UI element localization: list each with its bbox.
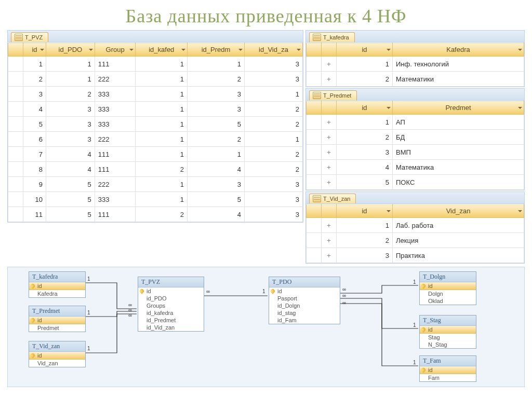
cell[interactable]: 2: [245, 147, 303, 162]
cell[interactable]: 4: [46, 147, 95, 162]
cell[interactable]: 3: [188, 87, 245, 102]
chevron-down-icon[interactable]: [387, 107, 391, 109]
relationships-pane[interactable]: 1 1 1 ∞ ∞ ∞ ∞ 1 ∞ ∞ ∞ 1 1 1 T_kafedra id…: [7, 267, 525, 387]
cell[interactable]: 2: [46, 87, 95, 102]
cell[interactable]: 1: [136, 147, 188, 162]
cell[interactable]: 4: [188, 162, 245, 177]
table-row[interactable]: 84111242: [8, 162, 303, 177]
expand-header[interactable]: [322, 101, 337, 115]
chevron-down-icon[interactable]: [129, 49, 134, 51]
chevron-down-icon[interactable]: [387, 210, 391, 212]
row-selector[interactable]: [307, 233, 322, 248]
cell[interactable]: 1: [245, 132, 303, 147]
cell[interactable]: 1: [136, 192, 188, 207]
chevron-down-icon[interactable]: [387, 49, 391, 51]
table-row[interactable]: 105333153: [8, 192, 303, 207]
cell[interactable]: Математики: [393, 72, 524, 87]
cell[interactable]: 5: [188, 192, 245, 207]
cell[interactable]: ПОКС: [393, 175, 524, 190]
row-selector-header[interactable]: [307, 101, 322, 115]
cell[interactable]: 9: [23, 177, 46, 192]
chevron-down-icon[interactable]: [297, 49, 301, 51]
cell[interactable]: 333: [95, 192, 136, 207]
cell[interactable]: 3: [245, 192, 303, 207]
table-row[interactable]: 21222123: [8, 72, 303, 87]
cell[interactable]: 2: [337, 72, 393, 87]
cell[interactable]: АП: [393, 115, 524, 130]
cell[interactable]: 2: [23, 72, 46, 87]
table-row[interactable]: 115111243: [8, 207, 303, 222]
tab-vidzan[interactable]: T_Vid_zan: [309, 194, 356, 203]
chevron-down-icon[interactable]: [40, 49, 44, 51]
entity-t-stag[interactable]: T_Stag id Stag N_Stag: [419, 315, 476, 349]
table-row[interactable]: +3ВМП: [307, 145, 524, 160]
table-row[interactable]: 74111112: [8, 147, 303, 162]
cell[interactable]: Практика: [393, 248, 524, 263]
cell[interactable]: 111: [95, 207, 136, 222]
cell[interactable]: 3: [245, 72, 303, 87]
table-row[interactable]: +1АП: [307, 115, 524, 130]
row-selector[interactable]: [307, 72, 322, 87]
cell[interactable]: 3: [46, 102, 95, 117]
cell[interactable]: БД: [393, 130, 524, 145]
row-selector[interactable]: [8, 177, 23, 192]
cell[interactable]: 3: [188, 177, 245, 192]
chevron-down-icon[interactable]: [518, 107, 522, 109]
column-header[interactable]: Vid_zan: [393, 204, 524, 218]
entity-t-predmet[interactable]: T_Predmet id Predmet: [29, 306, 86, 332]
cell[interactable]: 11: [23, 207, 46, 222]
cell[interactable]: 333: [95, 102, 136, 117]
table-row[interactable]: +2Математики: [307, 72, 524, 87]
table-row[interactable]: +3Практика: [307, 248, 524, 263]
column-header[interactable]: id: [337, 43, 393, 57]
cell[interactable]: 3: [337, 248, 393, 263]
tab-kafedra[interactable]: T_kafedra: [309, 32, 355, 42]
expand-header[interactable]: [322, 43, 337, 57]
cell[interactable]: 2: [136, 162, 188, 177]
cell[interactable]: Математика: [393, 160, 524, 175]
chevron-down-icon[interactable]: [89, 49, 93, 51]
cell[interactable]: Лекция: [393, 233, 524, 248]
cell[interactable]: 111: [95, 147, 136, 162]
entity-t-fam[interactable]: T_Fam id Fam: [419, 355, 476, 382]
cell[interactable]: 222: [95, 72, 136, 87]
cell[interactable]: 2: [136, 207, 188, 222]
expand-button[interactable]: +: [322, 130, 337, 145]
cell[interactable]: 1: [136, 132, 188, 147]
cell[interactable]: 10: [23, 192, 46, 207]
row-selector[interactable]: [8, 57, 23, 72]
table-row[interactable]: 53333152: [8, 117, 303, 132]
entity-t-pdo[interactable]: T_PDO id Pasport id_Dolgn id_stag id_Fam: [269, 277, 340, 324]
entity-t-kafedra[interactable]: T_kafedra id Kafedra: [29, 271, 86, 298]
cell[interactable]: 5: [188, 117, 245, 132]
cell[interactable]: 4: [188, 207, 245, 222]
expand-button[interactable]: +: [322, 248, 337, 263]
entity-t-vid-zan[interactable]: T_Vid_zan id Vid_zan: [29, 341, 86, 367]
row-selector-header[interactable]: [307, 204, 322, 218]
cell[interactable]: 1: [245, 87, 303, 102]
cell[interactable]: 7: [23, 147, 46, 162]
row-selector[interactable]: [307, 248, 322, 263]
cell[interactable]: 2: [188, 72, 245, 87]
cell[interactable]: 5: [46, 192, 95, 207]
tab-predmet[interactable]: T_Predmet: [309, 90, 357, 100]
table-row[interactable]: +4Математика: [307, 160, 524, 175]
cell[interactable]: 1: [337, 115, 393, 130]
cell[interactable]: 3: [46, 117, 95, 132]
cell[interactable]: 1: [136, 102, 188, 117]
cell[interactable]: 4: [337, 160, 393, 175]
row-selector[interactable]: [8, 72, 23, 87]
row-selector[interactable]: [8, 102, 23, 117]
column-header[interactable]: id: [337, 101, 393, 115]
cell[interactable]: 5: [46, 207, 95, 222]
cell[interactable]: 4: [46, 162, 95, 177]
cell[interactable]: 222: [95, 177, 136, 192]
cell[interactable]: 111: [95, 57, 136, 72]
row-selector[interactable]: [307, 218, 322, 233]
entity-t-dolgn[interactable]: T_Dolgn id Dolgn Oklad: [419, 271, 476, 305]
chevron-down-icon[interactable]: [518, 49, 522, 51]
cell[interactable]: 2: [245, 162, 303, 177]
cell[interactable]: 1: [136, 57, 188, 72]
row-selector[interactable]: [307, 175, 322, 190]
cell[interactable]: 1: [46, 72, 95, 87]
